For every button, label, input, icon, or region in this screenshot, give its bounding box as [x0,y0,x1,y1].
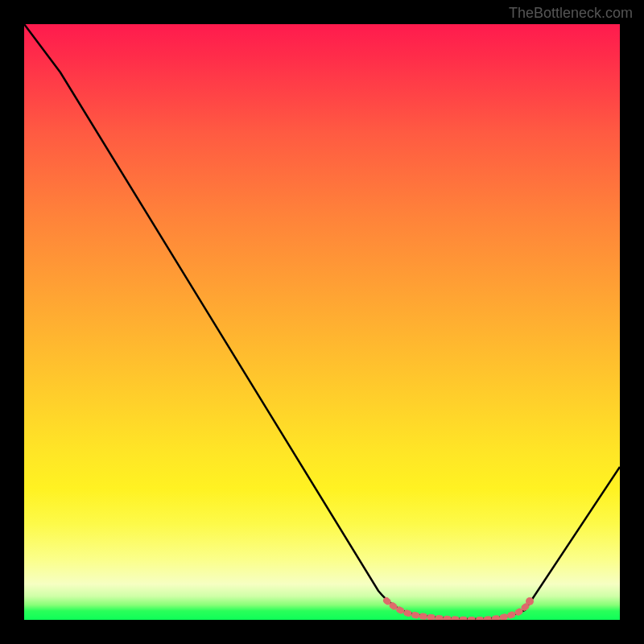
watermark-text: TheBottleneck.com [509,5,633,22]
highlight-curve [386,601,527,620]
main-curve [24,24,620,619]
chart-gradient-area [24,24,620,620]
highlight-dot [526,597,534,605]
chart-curve-svg [24,24,620,620]
